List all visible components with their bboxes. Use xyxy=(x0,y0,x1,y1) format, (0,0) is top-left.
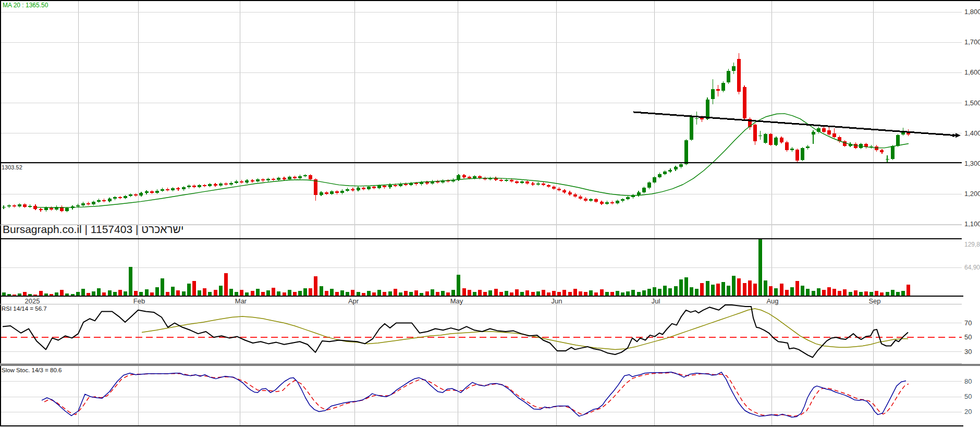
volume-bar xyxy=(573,289,577,296)
volume-bar xyxy=(203,288,206,296)
watermark-ticker-title: Bursagraph.co.il | 1157403 | ישראכרט xyxy=(3,223,183,236)
candle-body xyxy=(812,132,815,134)
volume-bar xyxy=(441,291,445,296)
volume-bar xyxy=(388,291,392,296)
volume-bar xyxy=(562,290,566,296)
volume-bar xyxy=(240,290,243,296)
candle-body xyxy=(346,189,349,191)
candle-body xyxy=(18,204,21,206)
volume-bar xyxy=(171,287,175,296)
volume-bar xyxy=(219,286,223,296)
candle-body xyxy=(44,207,48,210)
candle-body xyxy=(320,192,323,195)
candle-body xyxy=(610,202,614,203)
candle-body xyxy=(76,205,80,206)
candle-body xyxy=(827,130,831,134)
candle-body xyxy=(139,193,143,195)
candle-body xyxy=(272,179,275,180)
volume-bar xyxy=(684,277,688,296)
candle-body xyxy=(256,179,260,181)
horizontal-line-price-label: 1303.52 xyxy=(2,164,22,170)
volume-bar xyxy=(192,281,196,296)
stoch-axis-label: 50 xyxy=(964,393,972,400)
volume-bar xyxy=(658,289,662,296)
volume-bar xyxy=(732,276,736,296)
candle-body xyxy=(118,197,122,198)
candle-body xyxy=(832,133,836,137)
volume-bar xyxy=(272,288,275,296)
volume-bar xyxy=(515,289,519,296)
trendline-arrow xyxy=(956,133,961,138)
volume-bar xyxy=(600,289,604,296)
volume-bar xyxy=(764,280,767,297)
x-axis-label: Apr xyxy=(348,297,359,305)
candle-body xyxy=(743,87,746,118)
volume-bar xyxy=(303,288,307,296)
candle-body xyxy=(679,164,683,167)
candle-body xyxy=(414,183,418,184)
candle-body xyxy=(182,187,186,189)
candle-body xyxy=(309,175,312,179)
candle-body xyxy=(335,191,339,193)
price-axis-label: 1,300 xyxy=(964,160,980,167)
volume-bar xyxy=(536,291,540,296)
candle-body xyxy=(536,184,540,185)
price-axis-label: 1,700 xyxy=(964,38,980,46)
candle-body xyxy=(203,185,206,186)
candle-body xyxy=(340,191,344,193)
volume-bar xyxy=(229,289,233,296)
candle-body xyxy=(886,159,889,160)
volume-axis-label: 129,813 xyxy=(964,241,980,248)
x-axis-label: Feb xyxy=(133,297,145,305)
volume-bar xyxy=(753,284,757,296)
volume-bar xyxy=(214,290,217,296)
candle-body xyxy=(298,176,302,178)
candle-body xyxy=(425,182,429,183)
candle-body xyxy=(198,185,201,187)
volume-bar xyxy=(198,290,201,296)
volume-axis-label: 64,906 xyxy=(964,264,980,271)
stoch-axis-label: 20 xyxy=(964,408,972,415)
candle-body xyxy=(108,199,112,201)
candle-body xyxy=(478,176,482,178)
candle-body xyxy=(150,191,154,192)
volume-bar xyxy=(801,286,804,296)
volume-bar xyxy=(367,291,371,296)
volume-bar xyxy=(134,291,138,296)
candle-body xyxy=(224,184,228,185)
candle-body xyxy=(510,180,513,182)
volume-bar xyxy=(314,276,317,296)
candle-body xyxy=(589,199,593,201)
rsi-axis-label: 70 xyxy=(964,319,972,327)
x-axis-label: Sep xyxy=(868,297,880,305)
candle-body xyxy=(774,138,778,144)
volume-bar xyxy=(626,291,630,296)
volume-bar xyxy=(542,290,545,296)
volume-bar xyxy=(224,273,228,296)
candle-body xyxy=(716,89,720,91)
volume-bar xyxy=(700,283,704,296)
volume-bar xyxy=(812,291,815,296)
volume-bar xyxy=(822,290,826,296)
candle-body xyxy=(737,59,741,92)
volume-bar xyxy=(92,291,95,296)
volume-bar xyxy=(182,291,186,296)
volume-bar xyxy=(780,284,783,296)
candle-body xyxy=(129,194,132,196)
candle-body xyxy=(764,134,767,143)
volume-bar xyxy=(891,290,895,296)
candle-body xyxy=(706,100,709,119)
candle-body xyxy=(531,184,535,185)
candle-body xyxy=(769,134,773,145)
volume-bar xyxy=(325,291,328,296)
volume-bar xyxy=(832,289,836,296)
volume-bar xyxy=(251,291,254,296)
volume-bar xyxy=(748,280,752,297)
candle-body xyxy=(97,200,101,202)
price-axis-label: 1,800 xyxy=(964,8,980,16)
candle-body xyxy=(674,167,678,169)
stoch-d-line xyxy=(44,373,909,417)
chart-canvas[interactable] xyxy=(0,0,980,428)
volume-bar xyxy=(81,289,85,296)
x-axis-label: Mar xyxy=(235,297,247,305)
